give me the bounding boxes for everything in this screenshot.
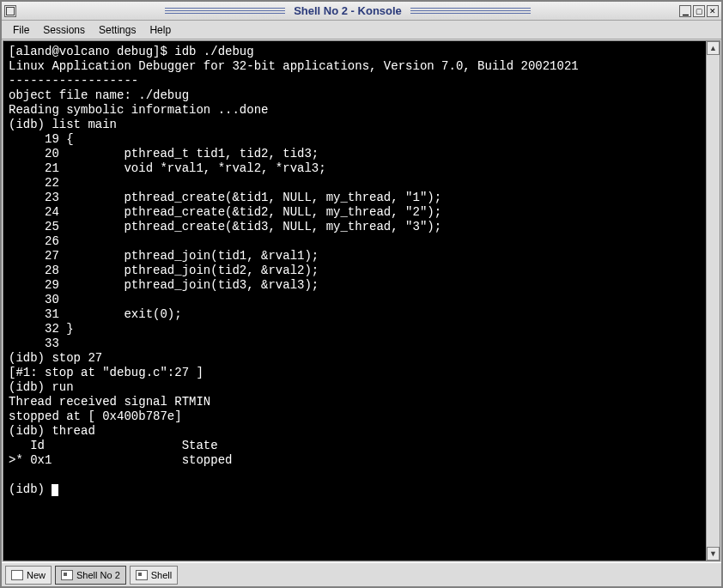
new-tab-label: New (27, 570, 46, 580)
tab-label-1: Shell (151, 570, 172, 580)
terminal-wrap: [aland@volcano debug]$ idb ./debug Linux… (3, 40, 720, 561)
tab-label-0: Shell No 2 (76, 570, 120, 580)
titlebar-decor-right (410, 8, 531, 15)
titlebar-center: Shell No 2 - Konsole (16, 4, 679, 17)
scroll-down-button[interactable]: ▼ (707, 547, 720, 561)
menubar: File Sessions Settings Help (2, 21, 721, 39)
tab-shell-no-2[interactable]: Shell No 2 (55, 566, 126, 585)
shell-icon (136, 570, 148, 580)
titlebar-decor-left (165, 8, 285, 15)
scrollbar[interactable]: ▲ ▼ (706, 41, 720, 561)
menu-help[interactable]: Help (143, 22, 177, 38)
minimize-button[interactable]: ▁ (679, 5, 691, 17)
shell-icon (61, 570, 73, 580)
menu-file[interactable]: File (7, 22, 35, 38)
tab-shell[interactable]: Shell (130, 566, 178, 585)
terminal[interactable]: [aland@volcano debug]$ idb ./debug Linux… (3, 41, 706, 561)
close-button[interactable]: ✕ (707, 5, 719, 17)
new-tab-icon (11, 570, 23, 580)
statusbar: New Shell No 2 Shell (2, 562, 721, 586)
new-tab-button[interactable]: New (5, 566, 52, 585)
window-root: Shell No 2 - Konsole ▁ ▢ ✕ File Sessions… (0, 0, 723, 588)
window-title: Shell No 2 - Konsole (294, 4, 402, 17)
menu-sessions[interactable]: Sessions (37, 22, 91, 38)
maximize-button[interactable]: ▢ (693, 5, 705, 17)
terminal-cursor (52, 484, 58, 496)
menu-settings[interactable]: Settings (93, 22, 142, 38)
titlebar-left (2, 5, 16, 17)
scroll-track[interactable] (707, 55, 720, 547)
window-menu-button[interactable] (4, 5, 16, 17)
scroll-up-button[interactable]: ▲ (707, 41, 720, 55)
titlebar-right: ▁ ▢ ✕ (679, 5, 721, 17)
titlebar: Shell No 2 - Konsole ▁ ▢ ✕ (2, 2, 721, 21)
